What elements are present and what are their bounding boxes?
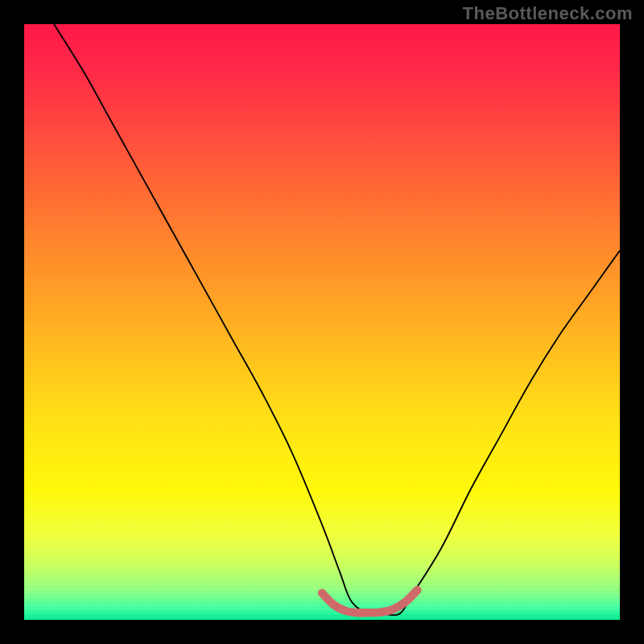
watermark-text: TheBottleneck.com (463, 3, 633, 24)
plot-area (24, 24, 620, 620)
curve-svg (24, 24, 620, 620)
bottleneck-curve (54, 24, 620, 615)
chart-frame: TheBottleneck.com (0, 0, 644, 644)
